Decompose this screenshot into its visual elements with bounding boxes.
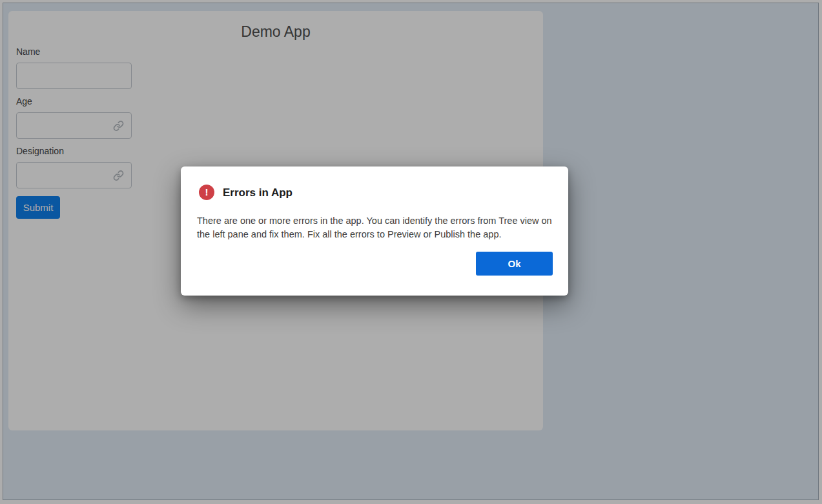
error-icon: !	[199, 185, 214, 200]
ok-button[interactable]: Ok	[476, 252, 553, 276]
page: Demo App Name Age	[0, 0, 822, 504]
dialog-title: Errors in App	[223, 186, 293, 199]
error-dialog: ! Errors in App There are one or more er…	[181, 166, 568, 296]
dialog-message: There are one or more errors in the app.…	[197, 214, 553, 241]
